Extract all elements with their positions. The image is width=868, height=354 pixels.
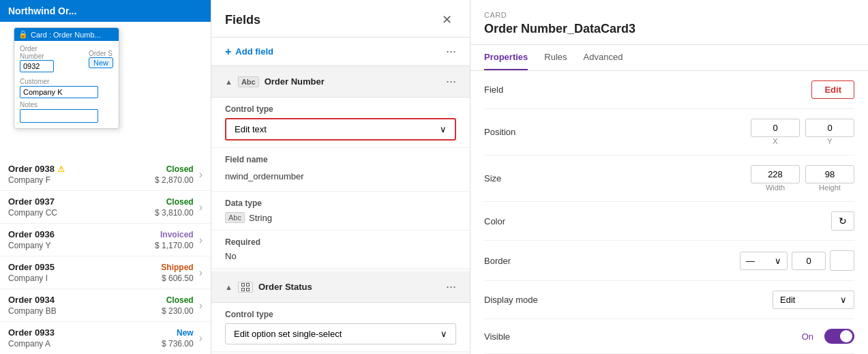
card-preview-title: 🔒 Card : Order Numb... <box>14 28 119 41</box>
order-status-control-type-select[interactable]: Edit option set single-select ∨ <box>225 323 456 344</box>
svg-rect-0 <box>241 283 244 286</box>
order-status-more-button[interactable]: ··· <box>446 280 456 294</box>
required-label: Required <box>225 237 456 247</box>
border-style-value: — <box>746 256 755 266</box>
required-value: No <box>225 251 456 261</box>
collapse-icon[interactable]: ▲ <box>225 283 233 291</box>
list-item[interactable]: Order 0936 Invoiced Company Y $ 1,170.00… <box>0 224 211 256</box>
close-fields-button[interactable]: ✕ <box>438 11 456 29</box>
chevron-right-icon: › <box>199 201 203 213</box>
order-number-text: Order 0933 <box>8 327 55 338</box>
fields-panel-title: Fields <box>225 13 260 27</box>
order-status-text: Invoiced <box>160 230 194 239</box>
display-mode-row: Display mode Edit ∨ <box>484 281 854 319</box>
size-label: Size <box>484 173 539 183</box>
fields-panel: Fields ✕ + Add field ··· ▲ Abc Order Num… <box>211 0 470 354</box>
order-status-text: New <box>177 328 194 338</box>
border-width-input[interactable] <box>792 252 826 270</box>
customer-input-preview[interactable] <box>20 86 98 98</box>
color-row: Color ↻ <box>484 202 854 241</box>
field-label: Field <box>484 85 539 95</box>
toggle-on-label: On <box>802 331 813 342</box>
dropdown-chevron-icon: ∨ <box>440 329 447 339</box>
color-picker-button[interactable]: ↻ <box>831 211 854 231</box>
tab-rules[interactable]: Rules <box>544 45 567 70</box>
data-type-label: Data type <box>225 198 456 208</box>
card-title: Order Number_DataCard3 <box>470 22 868 45</box>
size-height-input[interactable] <box>805 165 854 183</box>
position-y-input[interactable] <box>805 119 854 137</box>
field-name-value: nwind_ordernumber <box>225 168 456 184</box>
position-label: Position <box>484 127 539 137</box>
collapse-icon[interactable]: ▲ <box>225 78 233 86</box>
order-number-text: Order 0935 <box>8 262 55 272</box>
border-color-box[interactable] <box>830 250 854 271</box>
amount-text: $ 2,870.00 <box>155 175 194 185</box>
order-status-text: Closed <box>166 295 194 305</box>
amount-text: $ 230.00 <box>162 306 194 316</box>
amount-text: $ 3,810.00 <box>155 208 194 218</box>
warning-icon: ⚠ <box>57 164 65 174</box>
order-number-text: Order 0934 <box>8 295 55 305</box>
edit-button[interactable]: Edit <box>811 80 854 99</box>
border-dropdown-icon: ∨ <box>775 256 781 266</box>
notes-label-preview: Notes <box>20 101 113 108</box>
order-number-section-header: ▲ Abc Order Number ··· <box>211 66 470 98</box>
tab-properties[interactable]: Properties <box>484 45 528 70</box>
display-mode-select[interactable]: Edit ∨ <box>773 291 854 309</box>
fields-more-button[interactable]: ··· <box>446 44 456 59</box>
order-number-more-button[interactable]: ··· <box>446 74 456 89</box>
order-status-section-header: ▲ Order Status ··· <box>211 271 470 303</box>
plus-icon: + <box>225 46 231 58</box>
list-item[interactable]: Order 0934 Closed Company BB $ 230.00 › <box>0 289 211 322</box>
order-list-items: Order 0938 ⚠ Closed Company F $ 2,870.00… <box>0 158 211 354</box>
visible-toggle[interactable] <box>824 329 854 344</box>
list-item[interactable]: Order 0935 Shipped Company I $ 606.50 › <box>0 256 211 289</box>
position-row: Position X Y <box>484 109 854 156</box>
list-item[interactable]: Order 0938 ⚠ Closed Company F $ 2,870.00… <box>0 158 211 191</box>
svg-rect-2 <box>241 288 244 291</box>
control-type-select[interactable]: Edit text ∨ <box>225 118 456 141</box>
required-property: Required No <box>211 231 470 269</box>
border-style-select[interactable]: — ∨ <box>740 252 788 270</box>
svg-rect-3 <box>246 288 249 291</box>
order-status-control-type-label: Control type <box>225 310 456 319</box>
size-width-input[interactable] <box>751 165 800 183</box>
order-status-label-preview: Order S <box>89 50 113 57</box>
company-text: Company I <box>8 274 48 283</box>
order-status-section: ▲ Order Status ··· Control type <box>211 271 470 352</box>
amount-text: $ 606.50 <box>162 274 194 283</box>
color-picker-icon: ↻ <box>839 216 847 226</box>
list-item[interactable]: Order 0933 New Company A $ 736.00 › <box>0 322 211 354</box>
order-list-header: Northwind Or... <box>0 0 211 22</box>
order-status-text: Shipped <box>161 263 193 272</box>
display-mode-chevron-icon: ∨ <box>840 295 847 305</box>
order-list-title: Northwind Or... <box>8 5 76 16</box>
lock-icon: 🔒 <box>18 30 28 39</box>
order-number-input-preview[interactable] <box>20 60 54 72</box>
add-field-button[interactable]: + Add field <box>225 46 273 58</box>
field-name-property: Field name nwind_ordernumber <box>211 148 470 192</box>
company-text: Company BB <box>8 306 57 316</box>
card-section-label: CARD <box>470 0 868 22</box>
data-type-value: String <box>249 213 272 223</box>
position-x-input[interactable] <box>751 119 800 137</box>
list-item[interactable]: Order 0937 Closed Company CC $ 3,810.00 … <box>0 191 211 224</box>
order-number-section: ▲ Abc Order Number ··· Control type Edit… <box>211 66 470 269</box>
size-row: Size Width Height <box>484 156 854 202</box>
dropdown-chevron-icon: ∨ <box>440 124 447 134</box>
grid-icon <box>238 282 253 293</box>
order-status-section-label: Order Status <box>258 282 312 292</box>
chevron-right-icon: › <box>199 332 203 344</box>
position-x-label: X <box>751 137 800 145</box>
order-number-text: Order 0936 <box>8 229 55 239</box>
customer-label-preview: Customer <box>20 78 113 85</box>
company-text: Company A <box>8 339 50 349</box>
company-text: Company F <box>8 175 50 185</box>
fields-content: ▲ Abc Order Number ··· Control type Edit… <box>211 66 470 354</box>
chevron-right-icon: › <box>199 299 203 312</box>
company-text: Company CC <box>8 208 57 218</box>
tab-advanced[interactable]: Advanced <box>584 45 623 70</box>
order-status-text: Closed <box>166 164 194 174</box>
card-properties-panel: CARD Order Number_DataCard3 Properties R… <box>470 0 868 354</box>
